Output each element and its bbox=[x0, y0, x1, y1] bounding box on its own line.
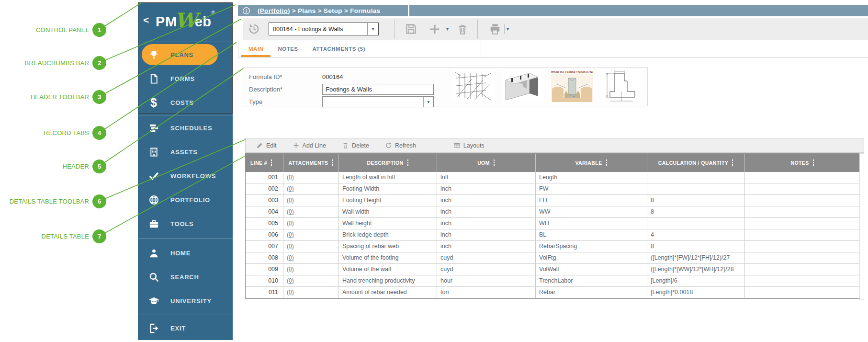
person-icon bbox=[148, 247, 159, 259]
cell-variable: BL bbox=[536, 229, 647, 241]
chevron-down-icon[interactable] bbox=[423, 97, 433, 107]
annotation-label: CONTROL PANEL bbox=[36, 26, 89, 34]
attachments-link[interactable]: (0) bbox=[287, 243, 294, 250]
sidebar-item-workflows[interactable]: WORKFLOWS bbox=[138, 164, 233, 188]
sidebar-item-tools[interactable]: TOOLS bbox=[138, 212, 233, 236]
tab-main[interactable]: MAIN bbox=[241, 41, 271, 57]
attachments-link[interactable]: (0) bbox=[287, 174, 294, 181]
cell-line: 010 bbox=[246, 275, 283, 287]
column-header-uom[interactable]: UOM bbox=[437, 154, 536, 172]
delete-record-icon[interactable] bbox=[456, 23, 469, 35]
add-record-icon[interactable] bbox=[428, 23, 441, 36]
table-scrollbar-track[interactable] bbox=[859, 153, 864, 300]
column-header-description[interactable]: DESCRIPTION bbox=[339, 154, 437, 172]
sidebar-collapse-icon[interactable]: < bbox=[143, 15, 149, 25]
chevron-down-icon[interactable] bbox=[367, 23, 378, 35]
annotation-label: HEADER TOOLBAR bbox=[31, 93, 89, 101]
sidebar-exit-group: EXIT bbox=[138, 316, 233, 340]
save-icon[interactable] bbox=[405, 23, 417, 35]
cell-calc: 8 bbox=[647, 241, 745, 252]
sidebar-item-label: HOME bbox=[170, 250, 191, 257]
pmweb-screenshot: CONTROL PANEL 1 BREADCRUMBS BAR 2 HEADER… bbox=[0, 0, 868, 342]
cell-calc bbox=[647, 183, 745, 195]
sidebar-item-exit[interactable]: EXIT bbox=[138, 316, 233, 340]
globe-icon bbox=[148, 194, 159, 205]
attachments-link[interactable]: (0) bbox=[287, 220, 294, 227]
sidebar-item-university[interactable]: UNIVERSITY bbox=[138, 289, 233, 313]
attachments-link[interactable]: (0) bbox=[287, 208, 294, 215]
sidebar-item-plans[interactable]: PLANS bbox=[138, 43, 233, 67]
sidebar-item-search[interactable]: SEARCH bbox=[138, 265, 233, 289]
cell-calc: ([Length]*[WW]/12*[WH]/12)/28 bbox=[647, 264, 745, 275]
add-line-button[interactable]: Add Line bbox=[293, 142, 326, 149]
attachments-link[interactable]: (0) bbox=[287, 289, 294, 296]
column-menu-icon[interactable] bbox=[732, 159, 733, 167]
annotation-callout-2: BREADCRUMBS BAR 2 bbox=[0, 56, 106, 70]
sidebar-item-schedules[interactable]: SCHEDULES bbox=[138, 116, 233, 140]
history-icon[interactable] bbox=[248, 23, 260, 35]
print-dropdown-chevron-icon[interactable] bbox=[507, 27, 509, 32]
document-icon bbox=[148, 73, 159, 84]
table-row: 002 (0) Footing WidthinchFW bbox=[246, 183, 860, 195]
cell-uom: ton bbox=[437, 287, 536, 298]
column-header-notes[interactable]: NOTES bbox=[745, 154, 860, 172]
sidebar-module-group: PLANS FORMS $ COSTS bbox=[138, 43, 233, 114]
annotation-label: RECORD TABS bbox=[44, 129, 89, 137]
cell-notes bbox=[745, 252, 860, 264]
breadcrumbs-bar: (Portfolio) > Plans > Setup > Formulas bbox=[238, 5, 868, 16]
edit-button[interactable]: Edit bbox=[256, 142, 277, 149]
table-row: 001 (0) Length of wall in lnftlnftLength bbox=[246, 172, 860, 183]
tab-notes[interactable]: NOTES bbox=[271, 41, 305, 57]
logo-text-w: W bbox=[175, 14, 197, 26]
column-header-attachments[interactable]: ATTACHMENTS bbox=[283, 154, 339, 172]
attachments-link[interactable]: (0) bbox=[287, 277, 294, 284]
attachments-link[interactable]: (0) bbox=[287, 185, 294, 192]
annotation-label: BREADCRUMBS BAR bbox=[25, 59, 89, 67]
cell-description: Length of wall in lnft bbox=[339, 172, 437, 183]
print-icon[interactable] bbox=[488, 23, 502, 36]
layout-grid-icon bbox=[453, 142, 461, 149]
column-menu-icon[interactable] bbox=[493, 159, 495, 167]
column-header-label: DESCRIPTION bbox=[367, 160, 403, 166]
layouts-button[interactable]: Layouts bbox=[453, 142, 485, 149]
sidebar-item-forms[interactable]: FORMS bbox=[138, 67, 233, 91]
column-menu-icon[interactable] bbox=[606, 159, 608, 167]
column-header-calc[interactable]: CALCULATION / QUANTITY bbox=[647, 154, 745, 172]
info-icon[interactable] bbox=[242, 7, 250, 15]
column-header-line[interactable]: LINE # bbox=[246, 154, 283, 172]
cell-uom: inch bbox=[437, 183, 536, 195]
record-selector[interactable]: 000164 - Footings & Walls bbox=[269, 23, 379, 35]
column-menu-icon[interactable] bbox=[407, 159, 409, 167]
sidebar-item-costs[interactable]: $ COSTS bbox=[138, 91, 233, 114]
sidebar-item-home[interactable]: HOME bbox=[138, 241, 233, 265]
attachments-link[interactable]: (0) bbox=[287, 197, 294, 204]
delete-button[interactable]: Delete bbox=[342, 142, 369, 149]
cell-variable: WH bbox=[536, 218, 647, 229]
cell-uom: inch bbox=[437, 229, 536, 241]
annotation-callout-7: DETAILS TABLE 7 bbox=[0, 229, 106, 243]
sidebar-item-label: SCHEDULES bbox=[170, 125, 212, 132]
column-menu-icon[interactable] bbox=[812, 159, 814, 167]
sidebar-divider bbox=[138, 315, 233, 315]
cell-attachments: (0) bbox=[283, 275, 339, 287]
sidebar-item-portfolio[interactable]: PORTFOLIO bbox=[138, 188, 233, 212]
column-menu-icon[interactable] bbox=[271, 159, 272, 167]
column-menu-icon[interactable] bbox=[331, 159, 333, 167]
add-dropdown-chevron-icon[interactable] bbox=[446, 27, 449, 32]
annotation-label: HEADER bbox=[63, 163, 89, 170]
sidebar-item-assets[interactable]: ASSETS bbox=[138, 140, 233, 164]
attachments-link[interactable]: (0) bbox=[287, 231, 294, 238]
attachments-link[interactable]: (0) bbox=[287, 254, 294, 261]
column-header-variable[interactable]: VARIABLE bbox=[536, 154, 647, 172]
annotation-number-badge: 4 bbox=[92, 126, 106, 140]
cell-description: Volume of the footing bbox=[339, 252, 437, 264]
description-field[interactable] bbox=[322, 84, 434, 95]
type-select[interactable] bbox=[322, 96, 434, 107]
cell-calc bbox=[647, 172, 745, 183]
tabs-bottom-border bbox=[238, 57, 868, 57]
tab-attachments-5[interactable]: ATTACHMENTS (5) bbox=[305, 41, 373, 57]
breadcrumb-portfolio-link[interactable]: (Portfolio) bbox=[258, 7, 290, 14]
cell-line: 002 bbox=[246, 183, 283, 195]
attachments-link[interactable]: (0) bbox=[287, 266, 294, 273]
refresh-button[interactable]: Refresh bbox=[385, 142, 416, 149]
